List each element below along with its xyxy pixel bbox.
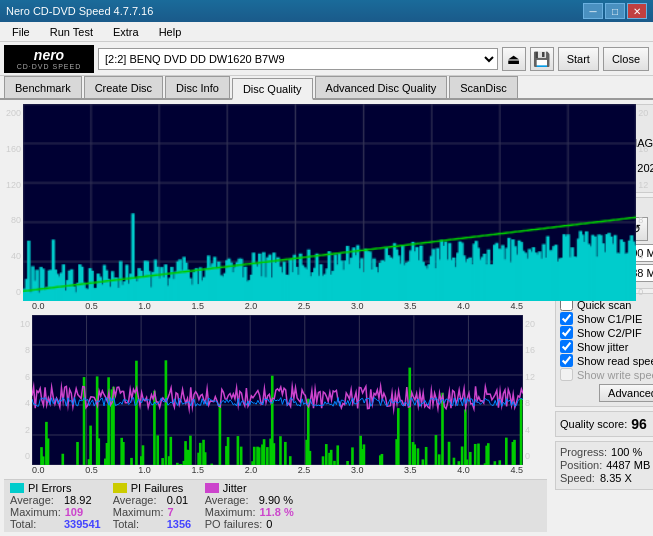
x-label-1-0: 1.0 [138,301,151,311]
x-label-1-5: 1.5 [191,301,204,311]
show-c1-pie-row: Show C1/PIE [560,312,653,325]
bottom-chart-y-axis-left: 10 8 6 4 2 0 [4,315,32,465]
pi-failures-total-label: Total: [113,518,163,530]
top-chart-y-axis-left: 200 160 120 80 40 0 [4,104,23,301]
quality-score-section: Quality score: 96 [555,411,653,437]
chart-area: 200 160 120 80 40 0 20 16 12 8 4 0 [0,100,551,536]
top-chart-canvas [23,104,636,301]
bx-label-2-0: 2.0 [245,465,258,475]
x-label-0-5: 0.5 [85,301,98,311]
start-button[interactable]: Start [558,47,599,71]
bottom-chart-y-axis-right: 20 16 12 8 4 0 [523,315,547,465]
cd-speed-text: CD·DVD SPEED [17,63,82,70]
bx-label-2-5: 2.5 [298,465,311,475]
x-label-3-5: 3.5 [404,301,417,311]
jitter-color [205,483,219,493]
menu-help[interactable]: Help [151,24,190,40]
show-read-speed-row: Show read speed [560,354,653,367]
bx-label-0-0: 0.0 [32,465,45,475]
pi-errors-total-label: Total: [10,518,60,530]
jitter-max-value: 11.8 % [259,506,293,518]
checkboxes-section: Quick scan Show C1/PIE Show C2/PIF Show … [555,293,653,407]
show-write-speed-checkbox[interactable] [560,368,573,381]
title-bar: Nero CD-DVD Speed 4.7.7.16 ─ □ ✕ [0,0,653,22]
pi-failures-stat: PI Failures Average: 0.01 Maximum: 7 Tot… [113,482,193,530]
show-jitter-label: Show jitter [577,341,628,353]
pi-errors-avg-value: 18.92 [64,494,92,506]
pi-failures-max-value: 7 [167,506,173,518]
show-c2-pif-row: Show C2/PIF [560,326,653,339]
pi-failures-color [113,483,127,493]
show-jitter-checkbox[interactable] [560,340,573,353]
quality-score-label: Quality score: [560,418,627,430]
nero-logo: nero CD·DVD SPEED [4,45,94,73]
pi-failures-title: PI Failures [131,482,184,494]
progress-value: 100 % [611,446,642,458]
pi-errors-total-value: 339541 [64,518,101,530]
pi-failures-avg-value: 0.01 [167,494,188,506]
maximize-button[interactable]: □ [605,3,625,19]
tab-benchmark[interactable]: Benchmark [4,76,82,98]
pi-errors-max-label: Maximum: [10,506,61,518]
menu-bar: File Run Test Extra Help [0,22,653,42]
position-value: 4487 MB [606,459,650,471]
bx-label-4-5: 4.5 [510,465,523,475]
bx-label-1-0: 1.0 [138,465,151,475]
show-c1-pie-label: Show C1/PIE [577,313,642,325]
tab-disc-info[interactable]: Disc Info [165,76,230,98]
x-label-4-0: 4.0 [457,301,470,311]
progress-label: Progress: [560,446,607,458]
jitter-max-label: Maximum: [205,506,256,518]
bx-label-3-0: 3.0 [351,465,364,475]
advanced-button[interactable]: Advanced [599,384,653,402]
bx-label-4-0: 4.0 [457,465,470,475]
pi-errors-max-value: 109 [65,506,83,518]
show-write-speed-label: Show write speed [577,369,653,381]
bx-label-0-5: 0.5 [85,465,98,475]
bottom-chart-canvas [32,315,523,465]
pi-errors-title: PI Errors [28,482,71,494]
speed-value: 8.35 X [600,472,632,484]
show-c2-pif-label: Show C2/PIF [577,327,642,339]
pi-failures-max-label: Maximum: [113,506,164,518]
eject-icon-button[interactable]: ⏏ [502,47,526,71]
x-label-2-5: 2.5 [298,301,311,311]
show-c1-pie-checkbox[interactable] [560,312,573,325]
menu-file[interactable]: File [4,24,38,40]
x-label-0-0: 0.0 [32,301,45,311]
progress-section: Progress: 100 % Position: 4487 MB Speed:… [555,441,653,490]
close-window-button[interactable]: ✕ [627,3,647,19]
window-controls: ─ □ ✕ [583,3,647,19]
x-label-2-0: 2.0 [245,301,258,311]
menu-extra[interactable]: Extra [105,24,147,40]
pi-failures-total-value: 1356 [167,518,191,530]
show-c2-pif-checkbox[interactable] [560,326,573,339]
stats-bar: PI Errors Average: 18.92 Maximum: 109 To… [4,479,547,532]
bx-label-1-5: 1.5 [191,465,204,475]
x-label-4-5: 4.5 [510,301,523,311]
nero-brand: nero [34,47,64,63]
jitter-po-label: PO failures: [205,518,262,530]
menu-run-test[interactable]: Run Test [42,24,101,40]
tabs-bar: Benchmark Create Disc Disc Info Disc Qua… [0,76,653,100]
tab-disc-quality[interactable]: Disc Quality [232,78,313,100]
pi-errors-avg-label: Average: [10,494,60,506]
jitter-avg-value: 9.90 % [259,494,293,506]
tab-scan-disc[interactable]: ScanDisc [449,76,517,98]
pi-errors-stat: PI Errors Average: 18.92 Maximum: 109 To… [10,482,101,530]
main-content: 200 160 120 80 40 0 20 16 12 8 4 0 [0,100,653,536]
jitter-title: Jitter [223,482,247,494]
pi-errors-color [10,483,24,493]
close-button[interactable]: Close [603,47,649,71]
quality-score-value: 96 [631,416,647,432]
save-icon-button[interactable]: 💾 [530,47,554,71]
top-chart-y-axis-right: 20 16 12 8 4 0 [636,104,650,301]
minimize-button[interactable]: ─ [583,3,603,19]
tab-create-disc[interactable]: Create Disc [84,76,163,98]
position-label: Position: [560,459,602,471]
drive-select[interactable]: [2:2] BENQ DVD DD DW1620 B7W9 [98,48,498,70]
tab-advanced-disc-quality[interactable]: Advanced Disc Quality [315,76,448,98]
show-read-speed-checkbox[interactable] [560,354,573,367]
speed-label: Speed: [560,472,596,484]
jitter-stat: Jitter Average: 9.90 % Maximum: 11.8 % P… [205,482,294,530]
